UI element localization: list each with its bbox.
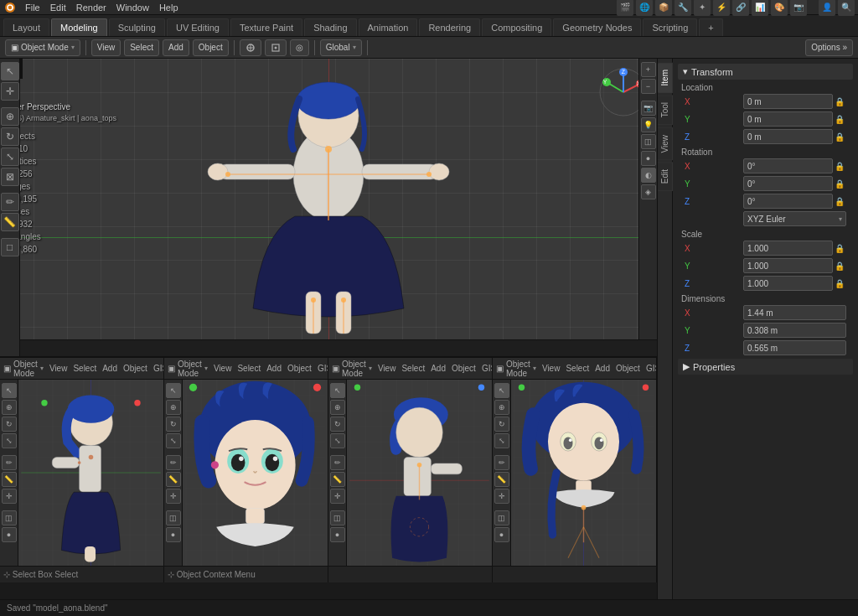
annotate-tool[interactable]: ✏	[1, 193, 19, 211]
physics-icon[interactable]: ⚡	[713, 0, 730, 16]
sv4-scale-tool[interactable]: ⤡	[494, 433, 509, 448]
search-icon[interactable]: 🔍	[838, 0, 855, 16]
sv3-rotate-tool[interactable]: ↻	[330, 417, 345, 432]
tab-add[interactable]: +	[699, 18, 722, 36]
sv1-select-tool[interactable]: ↖	[2, 383, 17, 398]
loc-y-lock[interactable]: 🔒	[833, 115, 846, 124]
sv1-annotate-tool[interactable]: ✏	[2, 455, 17, 470]
rot-z-field[interactable]: 0°	[743, 194, 833, 209]
data-icon[interactable]: 📊	[752, 0, 768, 16]
sv2-rotate-tool[interactable]: ↻	[166, 417, 181, 432]
loc-y-field[interactable]: 0 m	[743, 111, 833, 127]
camera-icon[interactable]: 📷	[641, 101, 656, 116]
sv1-view-btn[interactable]: View	[49, 364, 68, 373]
solid-icon[interactable]: ●	[641, 151, 656, 166]
move-tool[interactable]: ⊕	[1, 107, 19, 126]
sv2-scale-tool[interactable]: ⤡	[166, 433, 181, 448]
material-icon[interactable]: 🎨	[771, 0, 788, 16]
modifier-icon[interactable]: 🔧	[675, 0, 691, 16]
sv4-measure-tool[interactable]: 📏	[494, 472, 509, 487]
sv4-gis-btn[interactable]: GIS	[646, 364, 657, 373]
sv1-cursor-tool[interactable]: ✛	[2, 489, 17, 504]
tab-layout[interactable]: Layout	[3, 18, 49, 36]
object-icon[interactable]: 📦	[655, 0, 672, 16]
rot-x-lock[interactable]: 🔒	[833, 162, 846, 171]
rot-mode-dropdown[interactable]: XYZ Euler ▾	[743, 211, 846, 226]
scale-y-field[interactable]: 1.000	[743, 258, 833, 273]
measure-tool[interactable]: 📏	[1, 213, 19, 231]
sub-viewport-perspective[interactable]: ▣ Object Mode ▾ View Select Add Object G…	[328, 358, 493, 582]
scene-icon[interactable]: 🎬	[617, 0, 633, 16]
sv1-gis-btn[interactable]: GIS	[153, 364, 164, 373]
light-icon[interactable]: 💡	[641, 117, 656, 132]
tab-uv-editing[interactable]: UV Editing	[167, 18, 229, 36]
sv4-select-btn[interactable]: Select	[566, 364, 589, 373]
transform-section-header[interactable]: ▾ Transform	[678, 64, 853, 80]
sv3-mode[interactable]: Object Mode	[342, 360, 366, 378]
rot-y-field[interactable]: 0°	[743, 176, 833, 191]
rot-x-field[interactable]: 0°	[743, 158, 833, 173]
world-icon[interactable]: 🌐	[636, 0, 653, 16]
global-dropdown[interactable]: Global ▾	[320, 39, 362, 56]
constraint-icon[interactable]: 🔗	[732, 0, 749, 16]
rotate-tool[interactable]: ↻	[1, 127, 19, 146]
loc-x-field[interactable]: 0 m	[743, 94, 833, 109]
sv2-select-tool[interactable]: ↖	[166, 383, 181, 398]
tab-animation[interactable]: Animation	[359, 18, 418, 36]
header-snap-btn[interactable]	[265, 39, 287, 56]
sv4-cursor-tool[interactable]: ✛	[494, 489, 509, 504]
sv4-object-btn[interactable]: Object	[616, 364, 640, 373]
sv3-object-btn[interactable]: Object	[452, 364, 476, 373]
sv1-object-btn[interactable]: Object	[123, 364, 147, 373]
side-tab-item[interactable]: Item	[658, 62, 673, 93]
sv3-select-btn[interactable]: Select	[401, 364, 425, 373]
header-select-btn[interactable]: Select	[124, 39, 159, 56]
sv2-move-tool[interactable]: ⊕	[166, 400, 181, 415]
scale-tool[interactable]: ⤡	[1, 148, 19, 166]
blender-logo-icon[interactable]	[3, 1, 17, 14]
render-props-icon[interactable]: 📷	[790, 0, 807, 16]
sv3-measure-tool[interactable]: 📏	[330, 472, 345, 487]
sv3-shade-tool[interactable]: ●	[330, 527, 345, 542]
loc-z-lock[interactable]: 🔒	[833, 132, 846, 142]
sv3-xray-tool[interactable]: ◫	[330, 510, 345, 525]
scale-x-lock[interactable]: 🔒	[833, 244, 846, 253]
menu-window[interactable]: Window	[111, 0, 154, 14]
sv1-rotate-tool[interactable]: ↻	[2, 417, 17, 432]
dim-z-field[interactable]: 0.565 m	[743, 340, 846, 355]
sv3-move-tool[interactable]: ⊕	[330, 400, 345, 415]
sub-viewport-right[interactable]: ▣ Object Mode ▾ View Select Add Object G…	[0, 358, 164, 582]
cursor-tool[interactable]: ✛	[1, 82, 19, 101]
rot-z-lock[interactable]: 🔒	[833, 197, 846, 206]
header-transform-btn[interactable]	[240, 39, 261, 56]
sv2-measure-tool[interactable]: 📏	[166, 472, 181, 487]
sv2-status[interactable]: ⊹ Object Context Menu	[168, 570, 256, 579]
sv1-xray-tool[interactable]: ◫	[2, 510, 17, 525]
sv3-view-btn[interactable]: View	[378, 364, 396, 373]
tab-modeling[interactable]: Modeling	[51, 18, 107, 36]
side-tab-edit[interactable]: Edit	[658, 162, 673, 191]
sv2-shade-tool[interactable]: ●	[166, 527, 181, 542]
select-tool[interactable]: ↖	[1, 62, 19, 80]
object-mode-select[interactable]: ▣ Object Mode ▾	[5, 39, 80, 56]
menu-help[interactable]: Help	[154, 0, 183, 14]
sub-viewport-front[interactable]: ▣ Object Mode ▾ View Select Add Object G…	[493, 358, 657, 582]
sv4-mode[interactable]: Object Mode	[506, 360, 530, 378]
sv1-scale-tool[interactable]: ⤡	[2, 433, 17, 448]
tab-geometry-nodes[interactable]: Geometry Nodes	[553, 18, 641, 36]
properties-section-header[interactable]: ▶ Properties	[678, 359, 853, 375]
sv2-view-btn[interactable]: View	[214, 364, 232, 373]
sv3-annotate-tool[interactable]: ✏	[330, 455, 345, 470]
sv1-add-btn[interactable]: Add	[102, 364, 117, 373]
sv3-add-btn[interactable]: Add	[431, 364, 446, 373]
sv4-view-btn[interactable]: View	[542, 364, 561, 373]
header-object-btn[interactable]: Object	[193, 39, 229, 56]
tab-rendering[interactable]: Rendering	[419, 18, 480, 36]
sv2-object-btn[interactable]: Object	[287, 364, 312, 373]
loc-z-field[interactable]: 0 m	[743, 129, 833, 144]
scale-z-field[interactable]: 1.000	[743, 276, 833, 291]
sv2-gis-btn[interactable]: GIS	[318, 364, 328, 373]
menu-edit[interactable]: Edit	[45, 0, 71, 14]
tab-shading[interactable]: Shading	[304, 18, 356, 36]
sv2-mode[interactable]: Object Mode	[178, 360, 202, 378]
